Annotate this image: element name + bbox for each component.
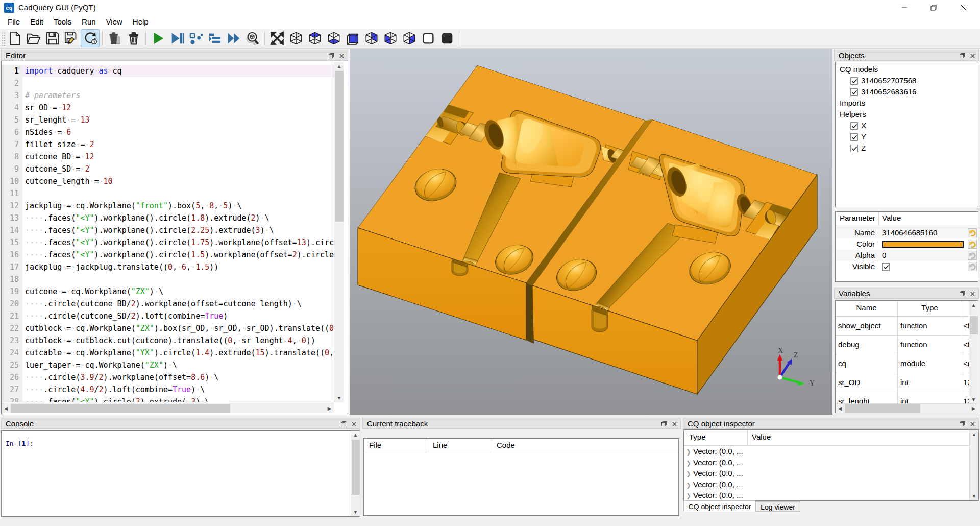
menu-tools[interactable]: Tools <box>48 15 77 29</box>
expand-chevron[interactable]: ❯ <box>684 447 693 458</box>
scroll-arrow[interactable]: ▲ <box>969 301 978 309</box>
toolbar-right-view-button[interactable] <box>400 29 419 47</box>
code-line-12[interactable]: 12jackplug·=·cq.Workplane("front").box(5… <box>2 200 334 212</box>
editor-float-button[interactable] <box>327 52 335 60</box>
variable-row-cq[interactable]: cqmodule<m <box>836 354 978 373</box>
variable-row-show_object[interactable]: show_objectfunction<f <box>836 317 978 336</box>
toolbar-debug-button[interactable] <box>167 29 186 47</box>
console-float-button[interactable] <box>339 420 348 428</box>
code-line-3[interactable]: 3# parameters <box>2 89 334 102</box>
property-row-visible[interactable]: Visible <box>836 261 978 272</box>
vars-header-name[interactable]: Name <box>836 303 897 312</box>
code-line-19[interactable]: 19cutcone·=·cq.Workplane("ZX")·\ <box>2 285 334 298</box>
code-line-9[interactable]: 9cutcone_SD·=·2 <box>2 163 334 175</box>
code-line-17[interactable]: 17jackplug·=·jackplug.translate((0,·6,·1… <box>2 261 334 273</box>
toolbar-delete-model-button[interactable] <box>124 29 143 47</box>
toolbar-fit-view-button[interactable] <box>267 29 286 47</box>
scroll-arrow[interactable]: ◀ <box>836 404 844 413</box>
tree-checkbox[interactable] <box>850 122 858 130</box>
variables-hscrollbar[interactable]: ◀ ▶ <box>836 403 978 413</box>
tree-checkbox[interactable] <box>850 77 858 85</box>
objects-tree[interactable]: CQ models31406527075683140652683616Impor… <box>838 64 977 154</box>
scroll-arrow[interactable]: ▼ <box>351 508 360 516</box>
toolbar-transparent-view-button[interactable] <box>419 29 437 47</box>
editor-vscrollbar[interactable]: ▲ ▼ <box>334 62 344 402</box>
toolbar-front-view-button[interactable] <box>343 29 362 47</box>
scroll-left-arrow[interactable]: ◀ <box>2 404 10 413</box>
code-line-24[interactable]: 24cutcable·=·cq.Workplane("YX").circle(1… <box>2 347 334 359</box>
toolbar-left-view-button[interactable] <box>381 29 400 47</box>
toolbar-step-in-button[interactable] <box>205 29 224 47</box>
scroll-arrow[interactable]: ▲ <box>351 431 360 439</box>
traceback-close-button[interactable] <box>670 420 678 428</box>
editor-vscroll-handle[interactable] <box>335 71 344 222</box>
toolbar-open-file-button[interactable] <box>24 29 43 47</box>
code-line-1[interactable]: 1import·cadquery·as·cq <box>2 65 334 77</box>
expand-chevron[interactable]: ❯ <box>684 480 693 491</box>
property-row-name[interactable]: Name3140646685160 <box>836 227 978 238</box>
code-line-25[interactable]: 25luer_taper·=·cq.Workplane("ZX")·\ <box>2 359 334 371</box>
property-value[interactable] <box>882 238 964 250</box>
tree-item-cq-models[interactable]: CQ models <box>838 64 977 75</box>
console-frame[interactable]: In [1]: ▲ ▼ <box>1 430 360 517</box>
property-value[interactable] <box>882 261 893 272</box>
expand-chevron[interactable]: ❯ <box>684 458 693 469</box>
tree-item-imports[interactable]: Imports <box>838 98 977 109</box>
tree-item-z[interactable]: Z <box>838 142 977 154</box>
menu-run[interactable]: Run <box>77 15 101 29</box>
code-line-20[interactable]: 20····.circle(cutcone_BD/2).workplane(of… <box>2 298 334 310</box>
code-line-26[interactable]: 26····.circle(3.9/2).workplane(offset=8.… <box>2 371 334 384</box>
visible-checkbox[interactable] <box>882 263 890 271</box>
tab-cq-object-inspector[interactable]: CQ object inspector <box>683 500 756 512</box>
scroll-up-arrow[interactable]: ▲ <box>335 62 344 70</box>
tree-checkbox[interactable] <box>850 133 858 141</box>
console-close-button[interactable] <box>350 420 358 428</box>
toolbar-black-view-button[interactable] <box>437 29 456 47</box>
variables-vscrollbar[interactable]: ▲ ▼ <box>969 301 978 404</box>
code-line-18[interactable]: 18 <box>2 273 334 285</box>
code-line-21[interactable]: 21····.circle(cutcone_SD/2).loft(combine… <box>2 310 334 322</box>
menu-file[interactable]: File <box>3 15 25 29</box>
restore-button[interactable] <box>922 0 945 15</box>
tree-item-helpers[interactable]: Helpers <box>838 109 977 120</box>
editor-hscroll-handle[interactable] <box>11 404 230 413</box>
inspector-row-1[interactable]: ❯Vector: (0.0, ... <box>684 457 978 468</box>
tree-item-3140652707568[interactable]: 3140652707568 <box>838 75 977 86</box>
tree-item-y[interactable]: Y <box>838 131 977 142</box>
viewport-canvas[interactable]: XZY <box>350 49 832 415</box>
scroll-handle[interactable] <box>970 316 978 334</box>
editor-close-button[interactable] <box>337 52 346 60</box>
vars-header-type[interactable]: Type <box>898 303 962 312</box>
inspector-close-button[interactable] <box>968 420 976 428</box>
toolbar-save-as-button[interactable] <box>62 29 81 47</box>
code-line-28[interactable]: 28····.faces("<Y").circle(3).extrude(-3)… <box>2 396 334 402</box>
property-value[interactable]: 3140646685160 <box>882 227 937 238</box>
scroll-arrow[interactable]: ▼ <box>970 492 978 500</box>
toolbar-top-view-button[interactable] <box>305 29 324 47</box>
toolbar-back-view-button[interactable] <box>362 29 381 47</box>
console-vscrollbar[interactable]: ▲ ▼ <box>351 431 360 516</box>
editor-hscrollbar[interactable]: ◀ ▶ <box>2 403 334 413</box>
scroll-handle[interactable] <box>352 440 360 495</box>
variable-row-debug[interactable]: debugfunction<f <box>836 336 978 354</box>
code-editor[interactable]: 1import·cadquery·as·cq23# parameters4sr_… <box>2 65 334 402</box>
scroll-down-arrow[interactable]: ▼ <box>335 394 344 402</box>
inspector-float-button[interactable] <box>958 420 966 428</box>
code-line-22[interactable]: 22cutblock·=·cq.Workplane("ZX").box(sr_O… <box>2 322 334 334</box>
menu-view[interactable]: View <box>101 15 128 29</box>
property-row-alpha[interactable]: Alpha0 <box>836 250 978 261</box>
tab-log-viewer[interactable]: Log viewer <box>756 501 800 512</box>
toolbar-step-button[interactable] <box>186 29 205 47</box>
toolbar-autoreload-button[interactable] <box>81 29 100 47</box>
objects-close-button[interactable] <box>968 52 976 60</box>
code-line-11[interactable]: 11 <box>2 187 334 200</box>
toolbar-continue-button[interactable] <box>224 29 243 47</box>
code-line-16[interactable]: 16····.faces("<Y").workplane().circle(1.… <box>2 249 334 261</box>
property-row-color[interactable]: Color <box>836 238 978 250</box>
code-line-14[interactable]: 14····.faces("<Y").workplane().circle(2.… <box>2 224 334 236</box>
code-line-4[interactable]: 4sr_OD·=·12 <box>2 102 334 114</box>
inspector-row-0[interactable]: ❯Vector: (0.0, ... <box>684 446 978 457</box>
inspector-row-4[interactable]: ❯Vector: (0.0, ... <box>684 490 978 501</box>
color-swatch[interactable] <box>882 241 964 248</box>
tree-item-3140652683616[interactable]: 3140652683616 <box>838 86 977 98</box>
